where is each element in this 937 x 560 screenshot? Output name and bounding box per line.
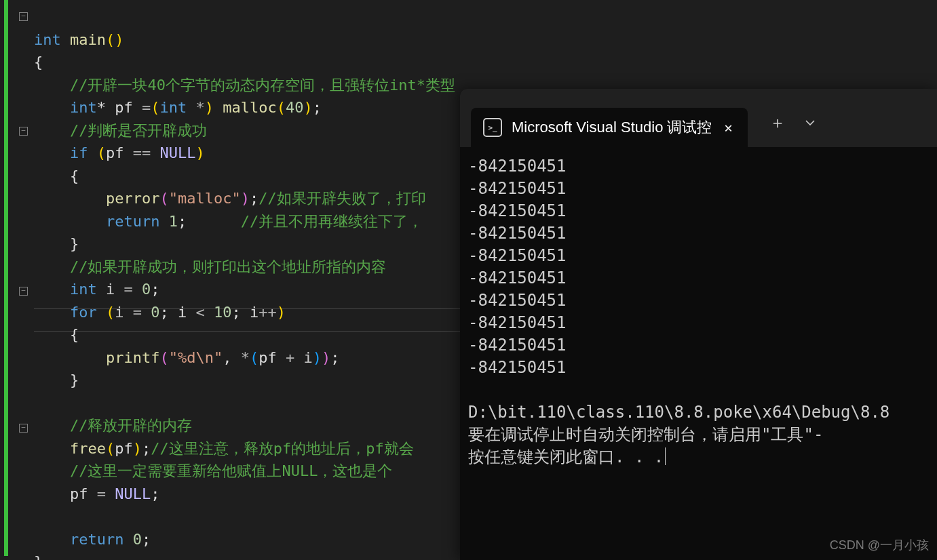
output-msg: 要在调试停止时自动关闭控制台，请启用"工具"- (468, 425, 823, 444)
output-line: -842150451 (468, 224, 567, 243)
code-editor: − − − − int main() { //开辟一块40个字节的动态内存空间，… (0, 0, 937, 560)
output-line: -842150451 (468, 201, 567, 220)
change-bar (4, 0, 8, 556)
terminal-tab-title: Microsoft Visual Studio 调试控 (512, 117, 712, 138)
tab-dropdown-button[interactable] (794, 106, 826, 139)
fold-toggle[interactable]: − (19, 127, 28, 136)
code-area[interactable]: int main() { //开辟一块40个字节的动态内存空间，且强转位int*… (34, 5, 455, 560)
close-icon[interactable]: ✕ (721, 117, 735, 138)
comment: //这里一定需要重新给他赋值上NULL，这也是个 (70, 462, 392, 479)
brace: { (34, 54, 43, 71)
fold-toggle[interactable]: − (19, 12, 28, 21)
output-line: -842150451 (468, 179, 567, 198)
watermark: CSDN @一月小孩 (830, 537, 929, 553)
terminal-tabbar: >_ Microsoft Visual Studio 调试控 ✕ ＋ (460, 89, 937, 147)
output-path: D:\bit.110\class.110\8.8.poke\x64\Debug\… (468, 403, 890, 422)
output-line: -842150451 (468, 268, 567, 287)
output-line: -842150451 (468, 313, 567, 332)
keyword: int (70, 99, 97, 116)
paren: () (106, 31, 124, 48)
output-line: -842150451 (468, 157, 567, 176)
comment: //判断是否开辟成功 (70, 122, 208, 139)
output-line: -842150451 (468, 336, 567, 355)
new-tab-button[interactable]: ＋ (761, 106, 794, 139)
comment: //释放开辟的内存 (70, 417, 193, 434)
output-line: -842150451 (468, 291, 567, 310)
terminal-app-icon: >_ (483, 118, 502, 137)
fold-toggle[interactable]: − (19, 424, 28, 433)
terminal-window: >_ Microsoft Visual Studio 调试控 ✕ ＋ -8421… (460, 89, 937, 560)
output-msg: 按任意键关闭此窗口. . . (468, 447, 664, 466)
terminal-output[interactable]: -842150451 -842150451 -842150451 -842150… (468, 155, 937, 560)
chevron-down-icon (805, 117, 816, 128)
comment: //如果开辟成功，则打印出这个地址所指的内容 (70, 258, 387, 275)
function-name: main (70, 31, 106, 48)
terminal-tab[interactable]: >_ Microsoft Visual Studio 调试控 ✕ (471, 108, 748, 147)
output-line: -842150451 (468, 246, 567, 265)
cursor (665, 447, 666, 465)
gutter: − − − − (0, 0, 34, 560)
fold-toggle[interactable]: − (19, 287, 28, 296)
keyword: int (34, 31, 70, 48)
output-line: -842150451 (468, 358, 567, 377)
comment: //开辟一块40个字节的动态内存空间，且强转位int*类型 (70, 77, 455, 94)
